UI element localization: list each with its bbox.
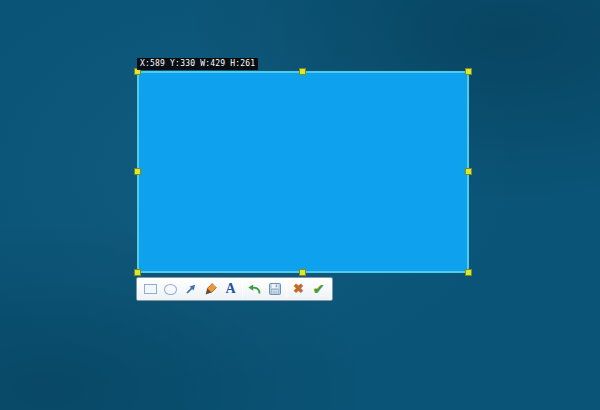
text-tool-button[interactable]: A <box>222 279 239 299</box>
selection-size-label: X:589 Y:330 W:429 H:261 <box>137 58 258 70</box>
rectangle-icon <box>144 284 157 294</box>
arrow-icon <box>184 282 198 296</box>
undo-button[interactable] <box>246 279 263 299</box>
close-button[interactable]: ✖ <box>290 279 307 299</box>
resize-handle-bottom-left[interactable] <box>134 269 141 276</box>
close-icon: ✖ <box>293 282 304 296</box>
resize-handle-middle-left[interactable] <box>134 168 141 175</box>
text-icon: A <box>225 282 235 296</box>
capture-selection-region[interactable] <box>137 71 469 273</box>
resize-handle-middle-right[interactable] <box>465 168 472 175</box>
rectangle-tool-button[interactable] <box>142 279 159 299</box>
arrow-tool-button[interactable] <box>182 279 199 299</box>
brush-tool-button[interactable] <box>202 279 219 299</box>
resize-handle-top-right[interactable] <box>465 68 472 75</box>
ellipse-icon <box>164 284 177 295</box>
resize-handle-bottom-right[interactable] <box>465 269 472 276</box>
annotation-toolbar: A <box>136 277 333 301</box>
desktop-background[interactable]: X:589 Y:330 W:429 H:261 <box>0 0 600 410</box>
toolbar-separator <box>286 282 287 297</box>
apply-button[interactable]: ✔ <box>310 279 327 299</box>
check-icon: ✔ <box>313 282 325 296</box>
undo-icon <box>247 282 262 296</box>
resize-handle-bottom-middle[interactable] <box>299 269 306 276</box>
brush-icon <box>204 282 218 296</box>
resize-handle-top-middle[interactable] <box>299 68 306 75</box>
toolbar-separator <box>242 282 243 297</box>
save-icon <box>268 282 282 296</box>
save-button[interactable] <box>266 279 283 299</box>
ellipse-tool-button[interactable] <box>162 279 179 299</box>
